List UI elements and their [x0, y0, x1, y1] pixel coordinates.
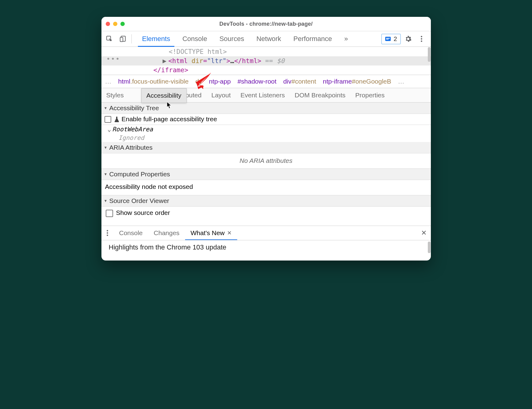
section-aria-attributes[interactable]: ▼ ARIA Attributes	[101, 142, 431, 153]
crumb-overflow-right[interactable]: …	[398, 78, 405, 85]
section-source-order-viewer[interactable]: ▼ Source Order Viewer	[101, 195, 431, 207]
crumb-div-content[interactable]: div#content	[283, 78, 316, 85]
label-show-source-order: Show source order	[116, 209, 170, 216]
row-show-source-order: Show source order	[101, 207, 431, 225]
drawer-tab-whats-new[interactable]: What's New ✕	[185, 226, 237, 240]
drawer-kebab-icon[interactable]	[101, 230, 114, 236]
scrollbar-thumb[interactable]	[428, 242, 431, 253]
section-title: Accessibility Tree	[109, 104, 159, 112]
svg-point-4	[421, 36, 422, 37]
drawer-tabs: Console Changes What's New ✕ ✕	[101, 226, 431, 240]
issues-icon	[385, 36, 391, 42]
devtools-window: DevTools - chrome://new-tab-page/ Elemen…	[101, 17, 431, 261]
tree-root[interactable]: ⌄RootWebArea	[101, 125, 431, 133]
main-tabs: Elements Console Sources Network Perform…	[136, 31, 354, 47]
sidebar-panel-tabs: Styles mputed Layout Event Listeners DOM…	[101, 88, 431, 103]
traffic-close[interactable]	[106, 22, 110, 26]
panel-tab-event-listeners[interactable]: Event Listeners	[236, 88, 290, 102]
settings-icon[interactable]	[402, 35, 414, 43]
traffic-lights	[106, 22, 125, 26]
panel-tab-styles[interactable]: Styles	[101, 88, 129, 102]
section-title: Computed Properties	[109, 171, 170, 178]
titlebar: DevTools - chrome://new-tab-page/	[101, 17, 431, 31]
checkbox-enable-full-page-tree[interactable]	[104, 116, 111, 123]
crumb-html[interactable]: html.focus-outline-visible	[118, 78, 189, 85]
crumb-overflow-left[interactable]: …	[105, 78, 112, 85]
crumb-shadow-root[interactable]: #shadow-root	[238, 78, 276, 85]
main-toolbar: Elements Console Sources Network Perform…	[101, 31, 431, 47]
section-title: ARIA Attributes	[109, 144, 152, 151]
scrollbar-thumb[interactable]	[428, 47, 431, 62]
divider	[131, 34, 132, 43]
chevron-down-icon: ▼	[104, 199, 108, 203]
cursor-icon	[167, 102, 172, 109]
dom-line-html[interactable]: ▶<html dir="ltr">…</html> == $0	[101, 56, 431, 66]
checkbox-show-source-order[interactable]	[106, 210, 113, 217]
chevron-down-icon: ▼	[104, 172, 108, 176]
dom-line-iframe-close[interactable]: </iframe>	[101, 66, 431, 75]
tab-console[interactable]: Console	[176, 31, 213, 47]
svg-point-8	[107, 232, 108, 234]
drawer-body: Highlights from the Chrome 103 update	[101, 240, 431, 261]
drawer-tab-console[interactable]: Console	[114, 226, 148, 240]
row-enable-full-page-tree: Enable full-page accessibility tree	[101, 114, 431, 125]
window-title: DevTools - chrome://new-tab-page/	[101, 21, 431, 27]
panel-tab-layout[interactable]: Layout	[207, 88, 236, 102]
drawer-tab-label: What's New	[191, 229, 225, 237]
crumb-body-partial[interactable]: dy	[195, 78, 202, 85]
panel-tab-accessibility-dragging[interactable]: Accessibility	[141, 88, 187, 103]
close-tab-icon[interactable]: ✕	[227, 230, 232, 236]
chevron-down-icon: ▼	[104, 145, 108, 150]
caret-down-icon: ⌄	[108, 126, 111, 133]
computed-msg: Accessibility node not exposed	[101, 180, 431, 195]
tab-network[interactable]: Network	[250, 31, 287, 47]
drawer-close-icon[interactable]: ✕	[417, 229, 431, 237]
svg-point-5	[421, 38, 422, 40]
traffic-zoom[interactable]	[120, 22, 125, 26]
tab-sources[interactable]: Sources	[213, 31, 250, 47]
device-toggle-icon[interactable]	[117, 33, 129, 45]
issues-count: 2	[393, 36, 397, 43]
label-enable-full-page-tree: Enable full-page accessibility tree	[122, 115, 217, 122]
crumb-ntp-app[interactable]: ntp-app	[209, 78, 231, 85]
flask-icon	[114, 116, 119, 122]
svg-point-7	[107, 230, 108, 231]
panel-tab-dom-breakpoints[interactable]: DOM Breakpoints	[290, 88, 351, 102]
aria-empty-msg: No ARIA attributes	[101, 153, 431, 169]
svg-rect-2	[120, 37, 123, 42]
issues-button[interactable]: 2	[381, 34, 401, 44]
svg-point-6	[421, 40, 422, 42]
drawer-headline: Highlights from the Chrome 103 update	[109, 243, 226, 251]
section-accessibility-tree[interactable]: ▼ Accessibility Tree	[101, 103, 431, 114]
panel-tab-properties[interactable]: Properties	[350, 88, 390, 102]
drawer-tab-changes[interactable]: Changes	[148, 226, 185, 240]
traffic-minimize[interactable]	[113, 22, 117, 26]
expand-icon[interactable]: ▶	[163, 56, 167, 66]
section-title: Source Order Viewer	[109, 197, 169, 204]
tabs-overflow[interactable]: »	[338, 31, 354, 47]
breadcrumb: … html.focus-outline-visible dy ntp-app …	[101, 75, 431, 88]
crumb-ntp-iframe[interactable]: ntp-iframe#oneGoogleB	[323, 78, 391, 85]
dom-tree[interactable]: ••• <!DOCTYPE html> ▶<html dir="ltr">…</…	[101, 47, 431, 75]
inspect-icon[interactable]	[103, 33, 116, 45]
chevron-down-icon: ▼	[104, 106, 108, 110]
kebab-icon[interactable]	[416, 36, 428, 42]
dom-line-doctype[interactable]: <!DOCTYPE html>	[101, 47, 431, 56]
section-computed-properties[interactable]: ▼ Computed Properties	[101, 169, 431, 180]
svg-point-9	[107, 235, 108, 236]
tree-ignored[interactable]: Ignored	[101, 133, 431, 142]
tab-elements[interactable]: Elements	[136, 31, 177, 47]
tab-performance[interactable]: Performance	[287, 31, 338, 47]
